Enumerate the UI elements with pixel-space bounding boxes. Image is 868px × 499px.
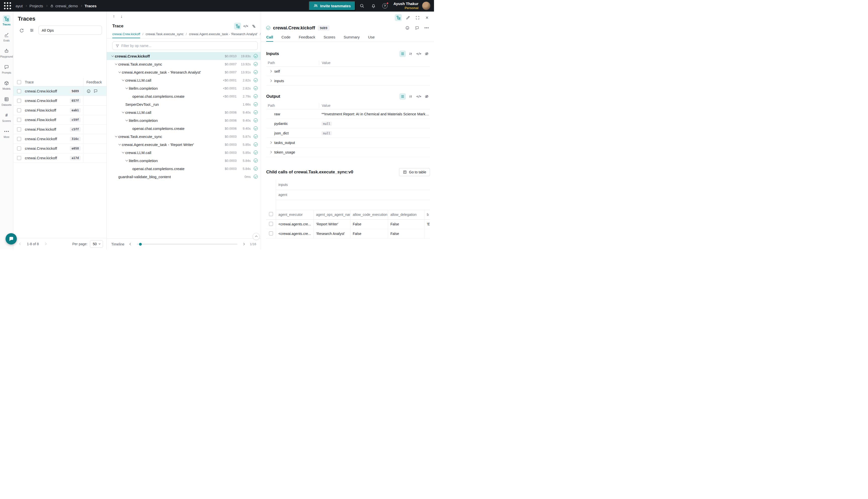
cell-allow-delegation[interactable]: False xyxy=(388,219,424,229)
sidebar-item-prompts[interactable]: Prompts xyxy=(0,62,13,78)
trace-tree-node[interactable]: litellm.completion <$0.0001 2.82s xyxy=(107,84,261,92)
refresh-icon[interactable] xyxy=(18,27,25,34)
column-header-trace[interactable]: Trace xyxy=(25,78,83,86)
fullscreen-icon[interactable] xyxy=(414,14,421,21)
hide-values-eye-icon[interactable] xyxy=(423,93,430,100)
sidebar-item-models[interactable]: Models xyxy=(0,78,13,94)
hide-values-eye-icon[interactable] xyxy=(423,50,430,57)
invite-teammates-button[interactable]: Invite teammates xyxy=(309,1,356,11)
flame-graph-icon[interactable] xyxy=(250,23,257,30)
chevron-down-icon[interactable] xyxy=(117,144,122,145)
chevron-down-icon[interactable] xyxy=(110,56,115,57)
chevron-down-icon[interactable] xyxy=(114,63,118,64)
chevron-down-icon[interactable] xyxy=(121,112,125,113)
call-breadcrumb[interactable]: crewai.Agent.execute_task - 'Research An… xyxy=(189,32,258,38)
table-row[interactable]: crewai.Flow.kickoffc5ff xyxy=(13,125,107,134)
row-checkbox[interactable] xyxy=(269,222,273,226)
cell-allow-code-execution[interactable]: False xyxy=(350,219,388,229)
select-all-checkbox[interactable] xyxy=(269,212,273,216)
chevron-down-icon[interactable] xyxy=(121,80,125,81)
collapse-panel-button[interactable] xyxy=(253,233,260,240)
table-row[interactable]: crewai.Crew.kickoff9d89 xyxy=(13,86,107,96)
row-checkbox[interactable] xyxy=(17,99,21,103)
column-header[interactable]: b xyxy=(424,210,430,219)
column-header-feedback[interactable]: Feedback xyxy=(83,78,107,86)
list-view-icon[interactable] xyxy=(399,50,406,57)
timeline-prev-icon[interactable] xyxy=(128,242,133,247)
chevron-down-icon[interactable] xyxy=(124,120,129,121)
breadcrumb-projects[interactable]: Projects xyxy=(29,4,43,8)
timeline-next-icon[interactable] xyxy=(241,242,246,247)
next-page-icon[interactable] xyxy=(42,241,49,247)
row-checkbox[interactable] xyxy=(17,137,21,141)
op-filter-input[interactable] xyxy=(121,44,255,48)
breadcrumb-project[interactable]: crewai_demo xyxy=(50,4,78,8)
table-row[interactable]: crewai.Flow.kickoffeab1 xyxy=(13,106,107,115)
column-header[interactable]: agent_ops_agent_nan xyxy=(313,210,350,219)
help-icon[interactable]: ? xyxy=(380,1,390,11)
trace-tree-node[interactable]: openai.chat.completions.create <$0.0001 … xyxy=(107,92,261,100)
chevron-down-icon[interactable] xyxy=(124,88,129,89)
cell-backstory[interactable] xyxy=(424,229,430,239)
chevron-down-icon[interactable] xyxy=(114,136,118,137)
code-view-icon[interactable]: </> xyxy=(242,23,249,30)
trace-tree-node[interactable]: crewai.Agent.execute_task - 'Report Writ… xyxy=(107,141,261,148)
trace-tree-node[interactable]: crewai.LLM.call $0.0006 9.40s xyxy=(107,108,261,116)
overflow-menu-icon[interactable]: ⋯ xyxy=(423,24,430,32)
timeline-slider[interactable] xyxy=(137,244,237,244)
cell-agent-executor[interactable]: <crewai.agents.cre... xyxy=(276,219,313,229)
row-checkbox[interactable] xyxy=(269,231,273,235)
chevron-down-icon[interactable] xyxy=(121,152,125,153)
next-call-icon[interactable]: ↓ xyxy=(121,14,123,19)
cell-agent-name[interactable]: 'Report Writer' xyxy=(313,219,350,229)
timeline-slider-handle[interactable] xyxy=(139,243,142,245)
prev-page-icon[interactable] xyxy=(17,241,24,247)
add-reaction-icon[interactable] xyxy=(86,89,91,94)
table-row[interactable]: crewai.Flow.kickoffc59f xyxy=(13,115,107,125)
column-header[interactable]: allow_delegation xyxy=(388,210,424,219)
trace-tree-node[interactable]: crewai.Agent.execute_task - 'Research An… xyxy=(107,68,261,76)
value-cell[interactable]: **Investment Report: AI in Chemical and … xyxy=(319,112,430,116)
expand-collapse-all-icon[interactable] xyxy=(407,50,414,57)
table-row[interactable]: crewai.Crew.kickoff316c xyxy=(13,134,107,144)
split-view-icon[interactable] xyxy=(395,14,402,21)
select-all-checkbox[interactable] xyxy=(17,80,21,84)
sidebar-item-traces[interactable]: Traces xyxy=(0,14,13,30)
call-breadcrumb[interactable]: crewai.Task.execute_sync xyxy=(146,32,184,38)
chevron-down-icon[interactable] xyxy=(117,72,122,73)
tab-feedback[interactable]: Feedback xyxy=(299,35,315,42)
add-reaction-icon[interactable] xyxy=(404,24,411,32)
previous-call-icon[interactable]: ↑ xyxy=(113,14,115,19)
tree-view-icon[interactable] xyxy=(234,23,241,30)
table-row[interactable]: crewai.Crew.kickoff657f xyxy=(13,96,107,106)
row-checkbox[interactable] xyxy=(17,127,21,131)
expandable-path[interactable]: tasks_output xyxy=(266,141,319,145)
avatar[interactable] xyxy=(422,1,431,10)
row-checkbox[interactable] xyxy=(17,108,21,112)
trace-tree-node[interactable]: openai.chat.completions.create $0.0006 9… xyxy=(107,124,261,132)
column-header[interactable]: agent_executor xyxy=(276,210,313,219)
trace-tree-node[interactable]: crewai.Task.execute_sync $0.0007 13.92s xyxy=(107,60,261,68)
call-id-badge[interactable]: 9d89 xyxy=(318,25,329,31)
row-checkbox[interactable] xyxy=(17,118,21,122)
row-checkbox[interactable] xyxy=(17,89,21,93)
tab-summary[interactable]: Summary xyxy=(344,35,360,42)
expandable-path[interactable]: self xyxy=(266,69,319,73)
per-page-select[interactable]: 50 xyxy=(90,240,103,248)
cell-allow-delegation[interactable]: False xyxy=(388,229,424,239)
trace-tree-node[interactable]: SerperDevTool._run 1.66s xyxy=(107,100,261,108)
comment-icon[interactable] xyxy=(94,89,98,93)
trace-tree-node[interactable]: crewai.Task.execute_sync $0.0003 5.87s xyxy=(107,132,261,141)
trace-tree-node[interactable]: guardrail-validate_blog_content 0ms xyxy=(107,173,261,181)
chat-launcher-button[interactable] xyxy=(5,233,17,244)
notifications-bell-icon[interactable] xyxy=(369,1,379,11)
cell-agent-name[interactable]: 'Research Analyst' xyxy=(313,229,350,239)
sidebar-item-scorers[interactable]: # Scorers xyxy=(0,110,13,126)
tab-use[interactable]: Use xyxy=(368,35,375,42)
user-menu[interactable]: Ayush Thakur Personal xyxy=(394,1,419,10)
edit-pencil-icon[interactable] xyxy=(404,14,411,21)
close-icon[interactable]: × xyxy=(423,14,431,21)
wandb-logo[interactable] xyxy=(3,2,12,10)
chevron-down-icon[interactable] xyxy=(124,160,129,161)
trace-tree-node[interactable]: openai.chat.completions.create $0.0003 5… xyxy=(107,165,261,173)
